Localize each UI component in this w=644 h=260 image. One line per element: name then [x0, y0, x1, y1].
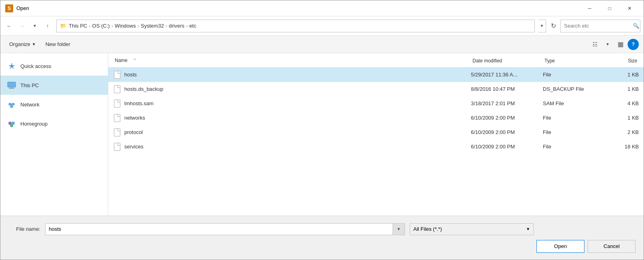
file-name-hosts: hosts	[113, 71, 471, 79]
file-type-networks: File	[543, 115, 607, 121]
view-list-button[interactable]: ☷	[589, 39, 600, 50]
file-icon-hosts-backup	[113, 85, 121, 93]
sidebar-item-network[interactable]: Network	[0, 95, 108, 114]
file-icon-hosts	[113, 71, 121, 79]
sort-arrow-name[interactable]: ⌃	[131, 58, 139, 62]
this-pc-icon	[7, 80, 16, 90]
forward-button[interactable]: →	[16, 20, 28, 32]
bottom-bar: File name: ▼ All Files (*.*) ▼ Open Canc…	[0, 216, 644, 260]
file-row-protocol[interactable]: protocol 6/10/2009 2:00 PM File 2 KB	[108, 125, 644, 140]
close-button[interactable]: ✕	[620, 2, 639, 14]
file-row-services[interactable]: services 6/10/2009 2:00 PM File 18 KB	[108, 140, 644, 154]
quick-access-icon: ✭	[7, 61, 16, 71]
filename-input[interactable]	[49, 226, 389, 232]
svg-rect-0	[8, 82, 16, 87]
refresh-button[interactable]: ↻	[548, 20, 559, 32]
col-header-name: Name ⌃	[113, 58, 471, 63]
toolbar: Organize ▼ New folder ☷ ▼ ▦ ?	[0, 36, 644, 53]
sidebar-item-homegroup[interactable]: Homegroup	[0, 114, 108, 133]
file-size-networks: 1 KB	[607, 115, 639, 121]
svg-rect-5	[10, 106, 13, 108]
sidebar-item-quick-access[interactable]: ✭ Quick access	[0, 56, 108, 76]
sep5: ›	[186, 23, 187, 29]
sidebar: ✭ Quick access This PC	[0, 53, 108, 216]
sidebar-item-this-pc[interactable]: This PC	[0, 76, 108, 95]
file-row-lmhosts[interactable]: lmhosts.sam 3/18/2017 2:01 PM SAM File 4…	[108, 96, 644, 111]
svg-rect-2	[9, 88, 14, 89]
dialog-title: Open	[16, 5, 29, 11]
file-area: Name ⌃ Date modified Type Size	[108, 53, 644, 216]
sidebar-label-network: Network	[20, 102, 40, 108]
svg-rect-1	[10, 87, 13, 88]
filename-input-wrapper: ▼	[45, 223, 405, 235]
dropdown-button[interactable]: ▼	[29, 20, 40, 32]
file-icon-lmhosts	[113, 100, 121, 108]
file-date-hosts-backup: 8/8/2016 10:47 PM	[471, 86, 543, 92]
help-button[interactable]: ?	[628, 39, 639, 50]
sep4: ›	[165, 23, 167, 29]
breadcrumb-part: Windows	[115, 23, 136, 29]
sidebar-label-this-pc: This PC	[20, 82, 39, 88]
filename-dropdown[interactable]: ▼	[393, 223, 405, 235]
organize-label: Organize	[9, 41, 30, 47]
title-bar: S Open ─ □ ✕	[0, 0, 644, 16]
file-size-hosts-backup: 1 KB	[607, 86, 639, 92]
back-button[interactable]: ←	[4, 20, 15, 32]
main-content: ✭ Quick access This PC	[0, 53, 644, 216]
sep1: ›	[89, 23, 90, 29]
filetype-dropdown-icon: ▼	[526, 227, 530, 231]
file-size-services: 18 KB	[607, 144, 639, 150]
col-header-size: Size	[607, 57, 639, 64]
buttons-row: Open Cancel	[8, 240, 636, 253]
file-type-hosts: File	[543, 72, 607, 78]
maximize-button[interactable]: □	[600, 2, 619, 14]
new-folder-button[interactable]: New folder	[42, 38, 74, 50]
file-name-services: services	[113, 143, 471, 151]
file-row-hosts[interactable]: hosts 5/29/2017 11:36 A... File 1 KB	[108, 68, 644, 82]
minimize-button[interactable]: ─	[580, 2, 599, 14]
address-bar: ← → ▼ ↑ 📁 This PC › OS (C:) › Windows › …	[0, 16, 644, 36]
file-size-hosts: 1 KB	[607, 72, 639, 78]
filename-input-box	[45, 223, 393, 235]
file-date-lmhosts: 3/18/2017 2:01 PM	[471, 100, 543, 106]
view-dropdown-button[interactable]: ▼	[602, 39, 613, 50]
col-header-date: Date modified	[471, 57, 543, 64]
toolbar-right: ☷ ▼ ▦ ?	[589, 39, 639, 50]
open-button[interactable]: Open	[536, 240, 584, 253]
file-row-networks[interactable]: networks 6/10/2009 2:00 PM File 1 KB	[108, 111, 644, 125]
file-type-hosts-backup: DS_BACKUP File	[543, 86, 607, 92]
view-preview-button[interactable]: ▦	[615, 39, 626, 50]
file-type-services: File	[543, 144, 607, 150]
breadcrumb-dropdown[interactable]: ▼	[538, 20, 546, 32]
file-icon-services	[113, 143, 121, 151]
filetype-value: All Files (*.*)	[413, 226, 442, 232]
file-name-protocol: protocol	[113, 128, 471, 136]
breadcrumb-part: drivers	[169, 23, 184, 29]
file-type-protocol: File	[543, 129, 607, 135]
filetype-select[interactable]: All Files (*.*) ▼	[410, 223, 534, 235]
filename-row: File name: ▼ All Files (*.*) ▼	[8, 223, 636, 235]
app-icon: S	[5, 4, 13, 12]
homegroup-icon	[7, 119, 16, 128]
file-type-lmhosts: SAM File	[543, 100, 607, 106]
file-row-hosts-backup[interactable]: hosts.ds_backup 8/8/2016 10:47 PM DS_BAC…	[108, 82, 644, 96]
breadcrumb[interactable]: 📁 This PC › OS (C:) › Windows › System32…	[56, 20, 535, 32]
cancel-button[interactable]: Cancel	[588, 240, 636, 253]
file-name-hosts-backup: hosts.ds_backup	[113, 85, 471, 93]
network-icon	[7, 100, 16, 109]
breadcrumb-part: System32	[141, 23, 164, 29]
organize-button[interactable]: Organize ▼	[5, 38, 40, 50]
up-button[interactable]: ↑	[42, 20, 53, 32]
sep2: ›	[112, 23, 113, 29]
search-box: 🔍	[560, 20, 640, 32]
sidebar-label-quick-access: Quick access	[20, 63, 51, 69]
search-input[interactable]	[564, 23, 631, 29]
organize-dropdown-icon: ▼	[32, 42, 36, 46]
open-dialog: S Open ─ □ ✕ ← → ▼ ↑ 📁 This PC › OS (C:)…	[0, 0, 644, 260]
sep3: ›	[138, 23, 139, 29]
filename-label: File name:	[8, 226, 40, 232]
breadcrumb-part: This PC	[69, 23, 87, 29]
file-name-networks: networks	[113, 114, 471, 122]
new-folder-label: New folder	[46, 41, 70, 47]
title-bar-left: S Open	[5, 4, 580, 12]
